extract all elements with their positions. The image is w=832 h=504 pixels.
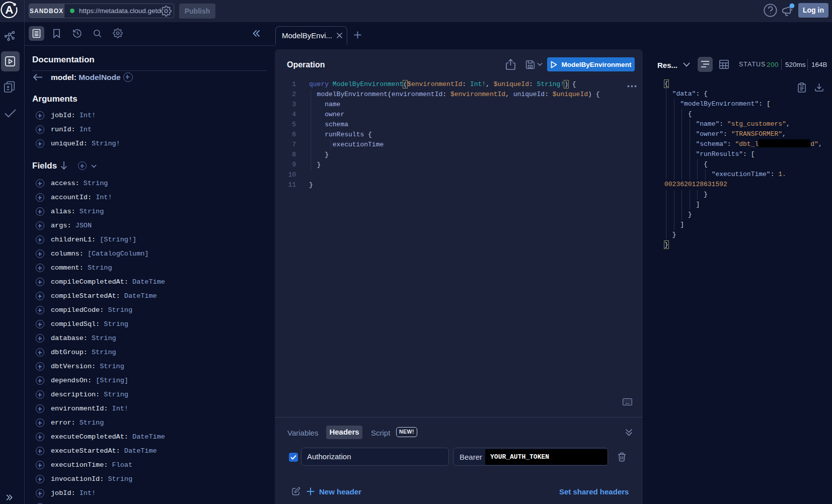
svg-text:A: A <box>5 4 13 16</box>
